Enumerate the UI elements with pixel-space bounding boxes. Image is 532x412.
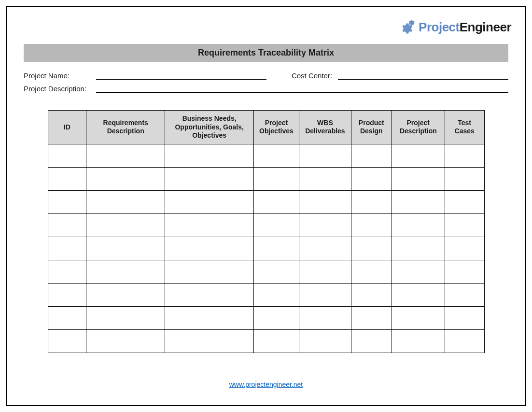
col-header-business: Business Needs, Opportunities, Goals, Ob… [165, 111, 254, 144]
table-cell[interactable] [48, 190, 86, 213]
table-cell[interactable] [48, 329, 86, 353]
table-cell[interactable] [165, 329, 254, 353]
table-cell[interactable] [86, 190, 165, 213]
table-cell[interactable] [48, 144, 86, 167]
table-cell[interactable] [392, 190, 445, 213]
footer-link[interactable]: www.projectengineer.net [229, 381, 303, 388]
brand-logo: ProjectEngineer [397, 19, 511, 35]
table-cell[interactable] [392, 237, 445, 260]
table-row [48, 144, 484, 167]
table-cell[interactable] [351, 237, 392, 260]
brand-text-blue: Project [419, 20, 460, 34]
table-cell[interactable] [445, 167, 484, 190]
table-cell[interactable] [86, 144, 165, 167]
table-cell[interactable] [48, 167, 86, 190]
project-name-field[interactable] [96, 72, 266, 80]
table-cell[interactable] [445, 306, 484, 329]
table-cell[interactable] [86, 283, 165, 306]
table-cell[interactable] [445, 283, 484, 306]
col-header-project: Project Description [392, 111, 445, 144]
table-cell[interactable] [351, 144, 392, 167]
title-bar: Requirements Traceability Matrix [24, 44, 508, 62]
document-frame: ProjectEngineer Requirements Traceabilit… [6, 6, 526, 406]
table-cell[interactable] [299, 213, 351, 237]
table-cell[interactable] [299, 144, 351, 167]
table-cell[interactable] [253, 306, 299, 329]
meta-row-description: Project Description: [24, 85, 508, 93]
table-cell[interactable] [165, 237, 254, 260]
table-cell[interactable] [253, 167, 299, 190]
table-cell[interactable] [253, 144, 299, 167]
table-cell[interactable] [299, 237, 351, 260]
table-cell[interactable] [392, 306, 445, 329]
meta-section: Project Name: Cost Center: Project Descr… [24, 71, 508, 93]
footer: www.projectengineer.net [21, 380, 511, 389]
table-cell[interactable] [351, 283, 392, 306]
table-cell[interactable] [392, 283, 445, 306]
table-cell[interactable] [48, 260, 86, 283]
table-cell[interactable] [351, 213, 392, 237]
table-cell[interactable] [445, 329, 484, 353]
table-cell[interactable] [86, 260, 165, 283]
table-cell[interactable] [48, 213, 86, 237]
table-cell[interactable] [253, 213, 299, 237]
table-cell[interactable] [351, 329, 392, 353]
project-name-label: Project Name: [24, 71, 90, 80]
table-cell[interactable] [299, 190, 351, 213]
table-cell[interactable] [299, 260, 351, 283]
header: ProjectEngineer [21, 19, 511, 35]
col-header-objectives: Project Objectives [253, 111, 299, 144]
cost-center-label: Cost Center: [292, 71, 332, 80]
rtm-table: ID Requirements Description Business Nee… [48, 110, 485, 353]
table-cell[interactable] [445, 260, 484, 283]
table-cell[interactable] [351, 260, 392, 283]
project-description-label: Project Description: [24, 85, 90, 93]
table-row [48, 167, 484, 190]
table-cell[interactable] [351, 306, 392, 329]
table-cell[interactable] [299, 306, 351, 329]
table-cell[interactable] [445, 237, 484, 260]
table-cell[interactable] [165, 260, 254, 283]
table-cell[interactable] [253, 190, 299, 213]
cost-center-field[interactable] [338, 72, 508, 80]
table-cell[interactable] [253, 329, 299, 353]
table-cell[interactable] [165, 306, 254, 329]
table-header-row: ID Requirements Description Business Nee… [48, 111, 484, 144]
table-cell[interactable] [299, 329, 351, 353]
table-cell[interactable] [351, 167, 392, 190]
table-cell[interactable] [48, 306, 86, 329]
table-cell[interactable] [299, 283, 351, 306]
table-cell[interactable] [253, 283, 299, 306]
table-cell[interactable] [392, 167, 445, 190]
table-cell[interactable] [392, 213, 445, 237]
table-cell[interactable] [445, 190, 484, 213]
table-cell[interactable] [48, 283, 86, 306]
table-cell[interactable] [253, 237, 299, 260]
table-cell[interactable] [445, 213, 484, 237]
table-cell[interactable] [86, 329, 165, 353]
table-cell[interactable] [86, 213, 165, 237]
table-cell[interactable] [86, 306, 165, 329]
table-cell[interactable] [86, 167, 165, 190]
table-cell[interactable] [165, 190, 254, 213]
table-cell[interactable] [165, 167, 254, 190]
table-cell[interactable] [445, 144, 484, 167]
table-cell[interactable] [392, 144, 445, 167]
col-header-test: Test Cases [445, 111, 484, 144]
table-cell[interactable] [299, 167, 351, 190]
meta-row-name: Project Name: Cost Center: [24, 71, 508, 80]
table-row [48, 190, 484, 213]
table-cell[interactable] [253, 260, 299, 283]
table-cell[interactable] [165, 144, 254, 167]
table-row [48, 283, 484, 306]
table-cell[interactable] [392, 260, 445, 283]
col-header-id: ID [48, 111, 86, 144]
table-cell[interactable] [48, 237, 86, 260]
page-title: Requirements Traceability Matrix [198, 48, 334, 57]
table-cell[interactable] [165, 213, 254, 237]
table-cell[interactable] [351, 190, 392, 213]
project-description-field[interactable] [96, 85, 508, 93]
table-cell[interactable] [86, 237, 165, 260]
table-cell[interactable] [165, 283, 254, 306]
table-cell[interactable] [392, 329, 445, 353]
